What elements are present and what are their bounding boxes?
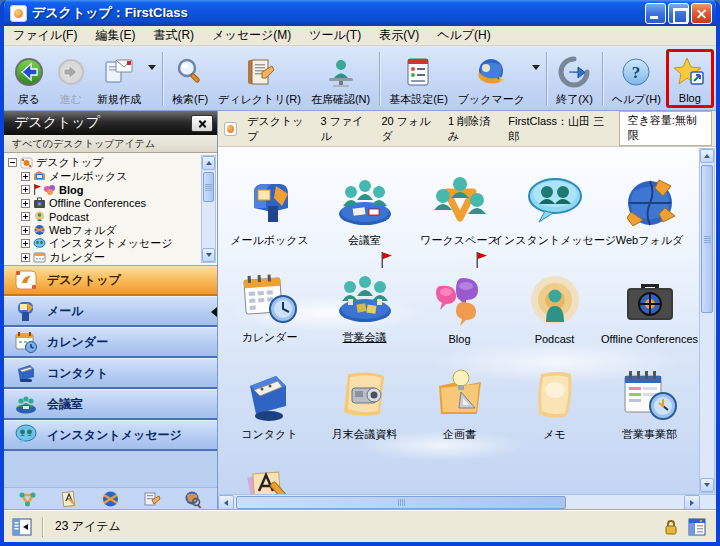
menu-file[interactable]: ファイル(F) [4,25,86,46]
scroll-right-icon[interactable] [684,495,700,510]
main-header: デスクトップ 3 ファイル 20 フォルダ 1 削除済み FirstClass：… [218,111,716,147]
expand-expander-icon[interactable] [21,185,30,194]
forward-button[interactable]: 進む [50,49,92,108]
tree-item-desktop[interactable]: デスクトップ [8,156,199,170]
desktop-item-sales-meeting[interactable]: 営業会議 [317,256,412,353]
desktop-item-conference-room[interactable]: 会議室 [317,159,412,256]
exit-button[interactable]: 終了(X) [551,49,598,108]
sidebar-item-contacts[interactable]: コンタクト [4,358,217,389]
sidebar-item-label: デスクトップ [47,272,121,289]
expand-expander-icon[interactable] [21,212,30,221]
main-hscroll-thumb[interactable] [236,496,566,509]
tree-item-mailbox[interactable]: メールボックス [8,170,199,184]
desktop-item-meeting-materials[interactable]: 月末会議資料 [317,353,412,450]
blog-button-highlighted[interactable]: Blog [666,49,714,108]
sidebar-item-conferences[interactable]: 会議室 [4,389,217,420]
help-button[interactable]: ? ヘルプ(H) [607,49,666,108]
desktop-item-instant-message[interactable]: インスタントメッセージ [507,159,602,256]
desktop-tree: デスクトップ メールボックス Blog [4,153,217,265]
tree-item-offline-conferences[interactable]: Offline Conferences [8,197,199,211]
presence-button[interactable]: 在席確認(N) [306,49,375,108]
scroll-left-icon[interactable] [218,495,234,510]
menu-tools[interactable]: ツール(T) [300,25,370,46]
split-view-icon[interactable] [12,518,32,536]
desktop-item-label: コンタクト [241,427,297,442]
preferences-button[interactable]: 基本設定(E) [384,49,453,108]
tree-item-calendar[interactable]: カレンダー [8,251,199,265]
menu-view[interactable]: 表示(V) [370,25,428,46]
window-title: デスクトップ：FirstClass [32,4,643,22]
desktop-item-documents[interactable]: ドキュメント [222,450,317,494]
menu-help[interactable]: ヘルプ(H) [428,25,500,46]
minimize-button[interactable] [645,3,666,24]
presence-label: 在席確認(N) [311,92,370,107]
new-dropdown-arrow[interactable] [148,65,156,70]
bookmark-button[interactable]: ブックマーク [453,49,530,108]
search-button[interactable]: 検索(F) [167,49,213,108]
back-button[interactable]: 戻る [8,49,50,108]
maximize-button[interactable] [668,3,689,24]
tree-item-podcast[interactable]: Podcast [8,210,199,224]
close-button[interactable] [691,3,712,24]
websearch-mini-icon[interactable] [184,490,203,508]
scroll-down-icon[interactable] [202,248,215,262]
desktop-item-offline-conferences[interactable]: Offline Conferences [602,256,697,353]
webfolder-mini-icon[interactable] [101,490,120,508]
new-button[interactable]: 新規作成 [92,49,146,108]
workspace-mini-icon[interactable] [18,490,37,508]
layout-panel-icon[interactable] [688,518,706,536]
expand-expander-icon[interactable] [21,172,30,181]
desktop-item-label: カレンダー [241,330,297,345]
desktop-item-label: 企画書 [443,427,476,442]
directory-button[interactable]: ディレクトリ(R) [213,49,306,108]
expand-expander-icon[interactable] [21,226,30,235]
sidebar-item-instant-message[interactable]: インスタントメッセージ [4,420,217,451]
news-mini-icon[interactable] [143,490,161,508]
tree-item-blog[interactable]: Blog [8,183,199,197]
menu-edit[interactable]: 編集(E) [86,25,144,46]
tree-item-webfolder[interactable]: Webフォルダ [8,224,199,238]
expand-expander-icon[interactable] [21,239,30,248]
menu-format[interactable]: 書式(R) [144,25,203,46]
document-mini-icon[interactable] [60,490,78,508]
desktop-item-label: ワークスペース [420,233,498,248]
expand-expander-icon[interactable] [21,199,30,208]
presence-person-icon [324,54,358,90]
desktop-item-proposal[interactable]: 企画書 [412,353,507,450]
tree-scroll-thumb[interactable] [203,172,214,202]
tree-scrollbar[interactable] [201,155,216,263]
preferences-icon [403,54,433,90]
menu-message[interactable]: メッセージ(M) [203,25,300,46]
main-vertical-scrollbar[interactable] [699,148,715,493]
scroll-up-icon[interactable] [202,156,215,170]
desktop-item-memo[interactable]: メモ [507,353,602,450]
desktop-item-contacts[interactable]: コンタクト [222,353,317,450]
desktop-item-sales-division[interactable]: 営業事業部 [602,353,697,450]
panel-close-button[interactable] [191,115,213,132]
tree-item-label: メールボックス [49,169,128,184]
scroll-down-icon[interactable] [700,478,714,492]
tree-item-instant-message[interactable]: インスタントメッセージ [8,237,199,251]
help-label: ヘルプ(H) [612,92,661,107]
desktop-item-mailbox[interactable]: メールボックス [222,159,317,256]
unread-flag-icon [33,184,41,195]
bookmark-dropdown-arrow[interactable] [532,65,540,70]
collapse-expander-icon[interactable] [8,158,17,167]
blog-mini-icon [43,184,56,196]
tree-item-label: カレンダー [49,250,105,265]
tree-item-label: Blog [59,184,83,196]
desktop-item-blog[interactable]: Blog [412,256,507,353]
calendar-nav-icon [14,330,38,354]
main-horizontal-scrollbar[interactable] [218,494,716,510]
expand-expander-icon[interactable] [21,253,30,262]
sidebar-item-desktop[interactable]: デスクトップ [4,265,217,296]
desktop-item-calendar[interactable]: カレンダー [222,256,317,353]
scroll-up-icon[interactable] [700,149,714,163]
main-vscroll-thumb[interactable] [701,165,713,313]
sidebar-collapse-arrow[interactable] [211,307,217,317]
desktop-item-podcast[interactable]: Podcast [507,256,602,353]
sidebar-item-calendar[interactable]: カレンダー [4,327,217,358]
sidebar-item-mail[interactable]: メール [4,296,217,327]
toolbar-separator [162,52,163,105]
desktop-item-webfolder[interactable]: Webフォルダ [602,159,697,256]
